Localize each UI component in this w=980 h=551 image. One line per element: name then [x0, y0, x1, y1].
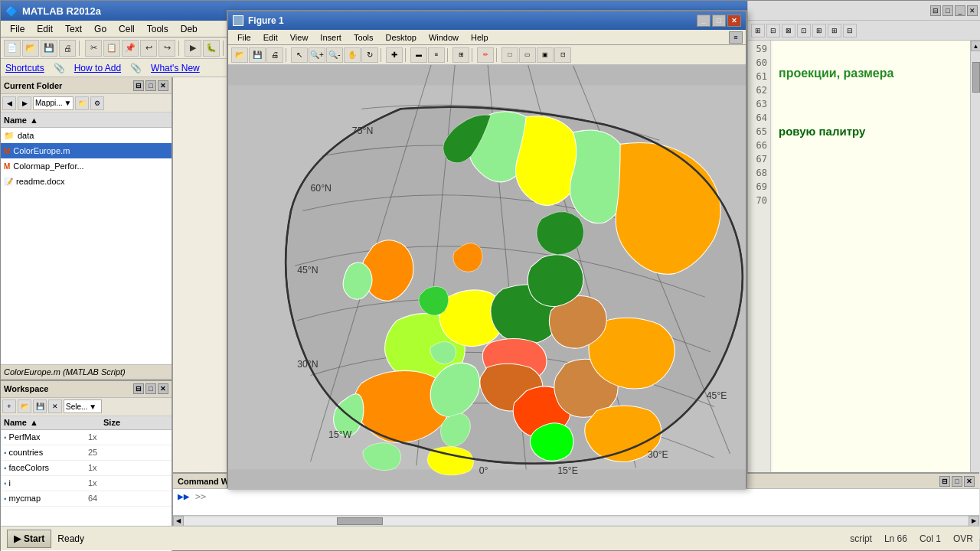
menu-tools[interactable]: Tools [141, 22, 175, 36]
ws-row-countries[interactable]: ▪countries 25 [1, 445, 172, 461]
ws-save-button[interactable]: 💾 [33, 399, 47, 413]
panel-close-button[interactable]: ✕ [158, 80, 168, 91]
how-to-add-link[interactable]: How to Add [74, 63, 121, 73]
rp-expand-btn[interactable]: ⊞ [828, 24, 841, 37]
whats-new-link[interactable]: What's New [151, 63, 200, 73]
ws-row-i[interactable]: ▪i 1x [1, 476, 172, 491]
redo-button[interactable]: ↪ [158, 40, 175, 57]
rp-grid-btn-3[interactable]: ⊠ [782, 24, 795, 37]
fig-pan-button[interactable]: ✋ [344, 47, 361, 63]
figure-titlebar: Figure 1 _ □ ✕ [228, 11, 746, 30]
fig-rectplot-button[interactable]: ▭ [519, 47, 536, 63]
rp-grid-btn-4[interactable]: ⊡ [797, 24, 811, 37]
fig-save-button[interactable]: 💾 [249, 47, 266, 63]
ws-open-button[interactable]: 📂 [18, 399, 31, 413]
debug-button[interactable]: 🐛 [203, 40, 220, 57]
ws-delete-button[interactable]: ✕ [48, 399, 62, 413]
script-label-text: ColorEurope.m (MATLAB Script) [4, 367, 126, 377]
rp-maximize-button[interactable]: □ [942, 5, 953, 16]
save-button[interactable]: 💾 [41, 40, 57, 57]
fig-menu-file[interactable]: File [231, 31, 257, 44]
browse-button[interactable]: 📁 [75, 96, 89, 110]
horizontal-scrollbar[interactable]: ◀ ▶ [173, 515, 979, 526]
cmd-undock-button[interactable]: ⊟ [939, 476, 950, 487]
paste-button[interactable]: 📌 [122, 40, 139, 57]
fig-print-button[interactable]: 🖨 [266, 47, 283, 63]
forward-button[interactable]: ▶ [18, 96, 31, 110]
fig-menu-help[interactable]: Help [465, 31, 495, 44]
folder-item-data[interactable]: 📁 data [1, 128, 172, 143]
cmd-close-button[interactable]: ✕ [964, 476, 975, 487]
fig-menu-tools[interactable]: Tools [348, 31, 380, 44]
rp-collapse-btn[interactable]: ⊟ [843, 24, 857, 37]
fig-colorbar-button[interactable]: ▬ [410, 47, 427, 63]
rp-close-button[interactable]: ✕ [967, 5, 978, 16]
run-button[interactable]: ▶ [185, 40, 201, 57]
path-dropdown[interactable]: Mappi... ▼ [33, 96, 74, 110]
cut-button[interactable]: ✂ [85, 40, 102, 57]
fig-zoom-in-button[interactable]: 🔍+ [309, 47, 325, 63]
rp-grid-btn-5[interactable]: ⊞ [812, 24, 826, 37]
fig-menu-window[interactable]: Window [423, 31, 465, 44]
file-item-colormap[interactable]: M Colormap_Perfor... [1, 158, 172, 174]
start-button[interactable]: ▶ Start [7, 530, 51, 548]
ws-row-facecolors[interactable]: ▪faceColors 1x [1, 461, 172, 476]
fig-zoom-out-button[interactable]: 🔍- [326, 47, 343, 63]
h-scroll-thumb[interactable] [337, 517, 383, 525]
copy-button[interactable]: 📋 [103, 40, 120, 57]
panel-undock-button[interactable]: ⊟ [133, 80, 144, 91]
settings-button[interactable]: ⚙ [90, 96, 104, 110]
fig-menu-desktop[interactable]: Desktop [380, 31, 423, 44]
rp-minimize-button[interactable]: _ [955, 5, 965, 16]
ws-close-button[interactable]: ✕ [158, 383, 168, 394]
file-item-coloreurope[interactable]: M ColorEurope.m [1, 143, 172, 158]
rp-grid-btn-2[interactable]: ⊟ [766, 24, 780, 37]
fig-pointer-button[interactable]: ↖ [291, 47, 308, 63]
menu-text[interactable]: Text [59, 22, 88, 36]
fig-newplot-button[interactable]: □ [501, 47, 518, 63]
scroll-left-arrow[interactable]: ◀ [173, 516, 184, 527]
menu-cell[interactable]: Cell [113, 22, 141, 36]
fig-pencolor-button[interactable]: ✏ [477, 47, 494, 63]
fig-toggle-button[interactable]: ▣ [537, 47, 554, 63]
new-file-button[interactable]: 📄 [4, 40, 21, 57]
rp-grid-btn-1[interactable]: ⊞ [751, 24, 765, 37]
menu-go[interactable]: Go [88, 22, 113, 36]
ws-new-button[interactable]: + [2, 399, 16, 413]
fig-menu-expand-button[interactable]: ≡ [729, 31, 743, 44]
fig-menu-edit[interactable]: Edit [257, 31, 284, 44]
fig-datacursor-button[interactable]: ✚ [386, 47, 403, 63]
panel-maximize-button[interactable]: □ [145, 80, 156, 91]
shortcuts-link[interactable]: Shortcuts [5, 63, 44, 73]
fig-menu-insert[interactable]: Insert [314, 31, 348, 44]
cmd-maximize-button[interactable]: □ [952, 476, 962, 487]
file-item-readme[interactable]: 📝 readme.docx [1, 174, 172, 189]
fig-rotate-button[interactable]: ↻ [361, 47, 378, 63]
ws-select-dropdown[interactable]: Sele... ▼ [64, 399, 102, 413]
fig-menu-view[interactable]: View [284, 31, 315, 44]
figure-close-button[interactable]: ✕ [727, 15, 741, 27]
scroll-thumb[interactable] [972, 62, 980, 93]
ws-row-perfmax[interactable]: ▪PerfMax 1x [1, 430, 172, 445]
ws-row-mycmap[interactable]: ▪mycmap 64 [1, 491, 172, 507]
menu-debug[interactable]: Deb [175, 22, 204, 36]
scroll-up-arrow[interactable]: ▲ [971, 41, 981, 51]
figure-maximize-button[interactable]: □ [712, 15, 726, 27]
fig-rect-button[interactable]: ⊡ [554, 47, 571, 63]
fig-legend-button[interactable]: ≡ [428, 47, 445, 63]
print-button[interactable]: 🖨 [59, 40, 76, 57]
undo-button[interactable]: ↩ [140, 40, 157, 57]
ws-maximize-button[interactable]: □ [145, 383, 156, 394]
fig-subplot-button[interactable]: ⊞ [452, 47, 469, 63]
menu-file[interactable]: File [4, 22, 31, 36]
menu-edit[interactable]: Edit [31, 22, 59, 36]
figure-minimize-button[interactable]: _ [697, 15, 710, 27]
back-button[interactable]: ◀ [2, 96, 16, 110]
rp-dock-button[interactable]: ⊟ [930, 5, 941, 16]
figure-window: Figure 1 _ □ ✕ File Edit View Insert Too… [227, 10, 747, 488]
ws-undock-button[interactable]: ⊟ [133, 383, 144, 394]
open-file-button[interactable]: 📂 [22, 40, 39, 57]
cmd-link[interactable]: ▶▶ [178, 491, 190, 502]
scroll-right-arrow[interactable]: ▶ [969, 516, 979, 527]
fig-open-button[interactable]: 📂 [231, 47, 248, 63]
